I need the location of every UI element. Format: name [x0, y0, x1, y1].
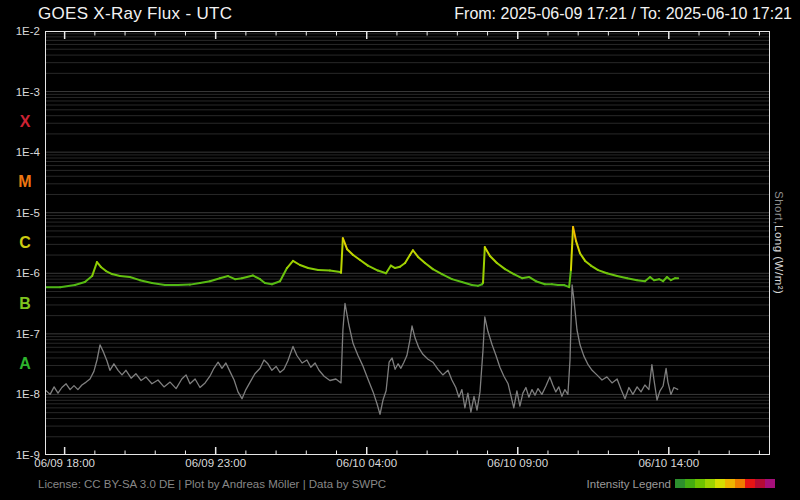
long-flux-line-segment: [368, 266, 378, 271]
legend-color-block: [695, 479, 705, 488]
long-flux-line-segment: [300, 265, 308, 268]
legend-color-block: [685, 479, 695, 488]
long-flux-line-segment: [490, 256, 497, 263]
long-flux-line-segment: [576, 241, 580, 253]
x-tick-label: 06/10 09:00: [487, 457, 548, 469]
long-flux-line-segment: [591, 266, 598, 270]
intensity-legend-label: Intensity Legend: [587, 478, 671, 490]
right-axis-label: Short, Long (W/m²): [773, 31, 785, 455]
long-flux-line-segment: [360, 260, 368, 266]
long-flux-line-segment: [353, 255, 360, 260]
long-flux-line-segment: [120, 276, 130, 277]
y-tick-label: 1E-6: [2, 266, 40, 280]
xray-flux-chart: [45, 31, 770, 455]
legend-color-block: [745, 479, 755, 488]
flare-class-A: A: [13, 354, 37, 374]
long-flux-line-segment: [235, 278, 242, 279]
long-flux-line-segment: [347, 249, 353, 255]
long-flux-line-segment: [210, 278, 220, 281]
flare-class-X: X: [13, 112, 37, 132]
long-flux-line-segment: [265, 283, 272, 284]
flare-class-B: B: [13, 294, 37, 314]
legend-color-block: [715, 479, 725, 488]
long-flux-line-segment: [442, 274, 452, 279]
long-flux-line-segment: [92, 262, 97, 276]
long-flux-line-segment: [418, 257, 425, 263]
long-flux-line-segment: [386, 266, 391, 274]
long-flux-line-segment: [272, 281, 280, 284]
x-tick-label: 06/10 04:00: [336, 457, 397, 469]
long-flux-line-segment: [580, 253, 585, 261]
long-flux-line-segment: [308, 268, 318, 270]
y-tick-label: 1E-8: [2, 387, 40, 401]
right-axis-long-label: Long (W/m²): [773, 225, 785, 294]
y-tick-label: 1E-5: [2, 206, 40, 220]
long-flux-line-segment: [190, 283, 200, 285]
page-title: GOES X-Ray Flux - UTC: [38, 4, 232, 24]
long-flux-line-segment: [497, 263, 505, 269]
long-flux-line-segment: [287, 261, 293, 268]
plot-border: [46, 32, 770, 455]
long-flux-line-segment: [152, 283, 165, 285]
long-flux-line-segment: [585, 261, 591, 266]
long-flux-line-segment: [130, 277, 140, 280]
long-flux-line-segment: [637, 280, 645, 281]
x-tick-label: 06/10 14:00: [638, 457, 699, 469]
long-flux-line-segment: [405, 255, 410, 263]
long-flux-line-segment: [425, 263, 433, 269]
y-tick-label: 1E-2: [2, 24, 40, 38]
long-flux-line-segment: [569, 270, 571, 287]
legend-color-block: [725, 479, 735, 488]
flare-class-C: C: [13, 233, 37, 253]
long-flux-line-segment: [413, 250, 418, 257]
legend-color-block: [705, 479, 715, 488]
legend-color-block: [675, 479, 685, 488]
long-flux-line-segment: [483, 247, 485, 283]
legend-color-block: [755, 479, 765, 488]
long-flux-line-segment: [627, 278, 637, 280]
x-tick-label: 06/09 23:00: [185, 457, 246, 469]
y-tick-label: 1E-3: [2, 85, 40, 99]
long-flux-line-segment: [522, 277, 529, 278]
license-text: License: CC BY-SA 3.0 DE | Plot by Andre…: [38, 478, 386, 490]
long-flux-line-segment: [341, 238, 343, 273]
long-flux-line-segment: [293, 261, 300, 265]
long-flux-line-segment: [571, 227, 573, 270]
intensity-legend-bar: [675, 479, 775, 488]
x-tick-label: 06/09 18:00: [34, 457, 95, 469]
legend-color-block: [765, 479, 775, 488]
long-flux-line-segment: [330, 271, 340, 272]
time-range-label: From: 2025-06-09 17:21 / To: 2025-06-10 …: [454, 5, 792, 23]
y-tick-label: 1E-7: [2, 327, 40, 341]
y-tick-label: 1E-4: [2, 145, 40, 159]
long-flux-line-segment: [536, 281, 545, 284]
legend-color-block: [735, 479, 745, 488]
right-axis-short-label: Short,: [773, 191, 785, 225]
flare-class-M: M: [13, 172, 37, 192]
